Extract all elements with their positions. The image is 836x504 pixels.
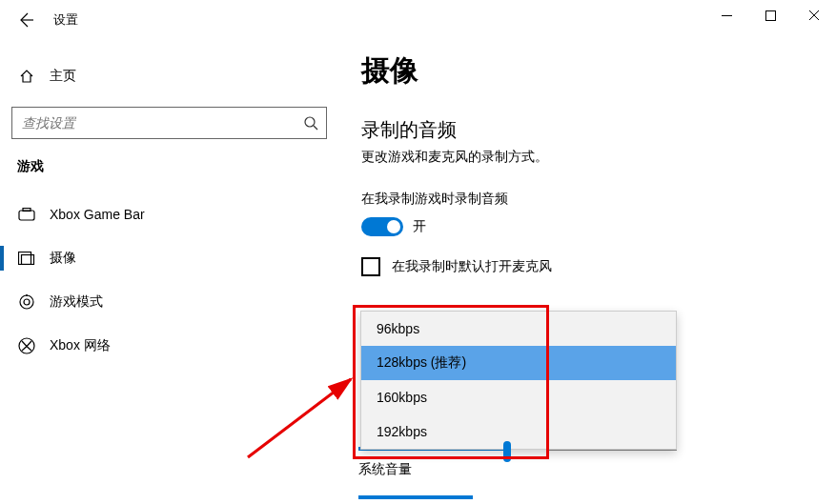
svg-rect-9 [19, 252, 31, 265]
dropdown-option[interactable]: 192kbps [361, 414, 676, 449]
svg-line-6 [314, 126, 317, 130]
svg-rect-10 [22, 255, 34, 265]
title-bar: 设置 [0, 0, 78, 40]
sidebar-home-label: 主页 [50, 68, 76, 85]
svg-rect-8 [23, 209, 31, 212]
nav-xbox-game-bar[interactable]: Xbox Game Bar [0, 192, 338, 236]
sidebar-section-header: 游戏 [0, 158, 338, 175]
captures-icon [17, 252, 36, 265]
toggle-state-label: 开 [413, 218, 426, 235]
nav-label: Xbox 网络 [50, 337, 111, 354]
page-title: 摄像 [361, 51, 836, 91]
home-icon [17, 69, 36, 84]
back-button[interactable] [6, 1, 44, 39]
svg-point-11 [20, 295, 33, 309]
nav-label: 摄像 [50, 250, 76, 267]
system-volume-label: 系统音量 [358, 461, 412, 478]
svg-rect-7 [19, 211, 34, 220]
svg-rect-1 [765, 10, 775, 20]
section-title: 录制的音频 [361, 117, 836, 143]
slider-thumb[interactable] [503, 441, 511, 462]
svg-point-5 [305, 117, 315, 127]
mic-default-row: 在我录制时默认打开麦克风 [361, 257, 836, 276]
window-caption-controls [704, 0, 836, 30]
svg-point-12 [24, 299, 30, 305]
minimize-button[interactable] [704, 0, 748, 30]
nav-label: 游戏模式 [50, 293, 103, 311]
app-title: 设置 [53, 11, 78, 29]
nav-label: Xbox Game Bar [50, 207, 145, 222]
section-description: 更改游戏和麦克风的录制方式。 [361, 149, 836, 166]
close-button[interactable] [792, 0, 836, 30]
dropdown-option[interactable]: 96kbps [361, 312, 676, 346]
record-audio-toggle-row: 开 [361, 217, 836, 236]
dropdown-option[interactable]: 160kbps [361, 380, 676, 414]
sidebar-home[interactable]: 主页 [0, 59, 338, 93]
search-box[interactable] [11, 107, 327, 139]
dropdown-option-selected[interactable]: 128kbps (推荐) [361, 346, 676, 380]
audio-quality-dropdown[interactable]: 96kbps 128kbps (推荐) 160kbps 192kbps [360, 311, 677, 450]
game-bar-icon [17, 208, 36, 221]
search-icon [296, 115, 326, 131]
xbox-icon [17, 337, 36, 354]
settings-window: 设置 主页 游戏 Xbox Game Bar [0, 0, 836, 504]
record-audio-toggle[interactable] [361, 217, 403, 236]
game-mode-icon [17, 293, 36, 311]
nav-xbox-network[interactable]: Xbox 网络 [0, 324, 338, 368]
mic-default-checkbox[interactable] [361, 257, 380, 276]
search-input[interactable] [12, 115, 296, 131]
mic-default-label: 在我录制时默认打开麦克风 [392, 258, 552, 275]
nav-game-mode[interactable]: 游戏模式 [0, 280, 338, 324]
maximize-button[interactable] [748, 0, 792, 30]
sidebar-nav: Xbox Game Bar 摄像 游戏模式 Xbox 网络 [0, 192, 338, 368]
slider-track-filled [358, 495, 473, 499]
nav-captures[interactable]: 摄像 [0, 236, 338, 280]
svg-point-13 [26, 294, 28, 296]
sidebar: 主页 游戏 Xbox Game Bar 摄像 [0, 40, 338, 504]
toggle-caption: 在我录制游戏时录制音频 [361, 191, 836, 208]
